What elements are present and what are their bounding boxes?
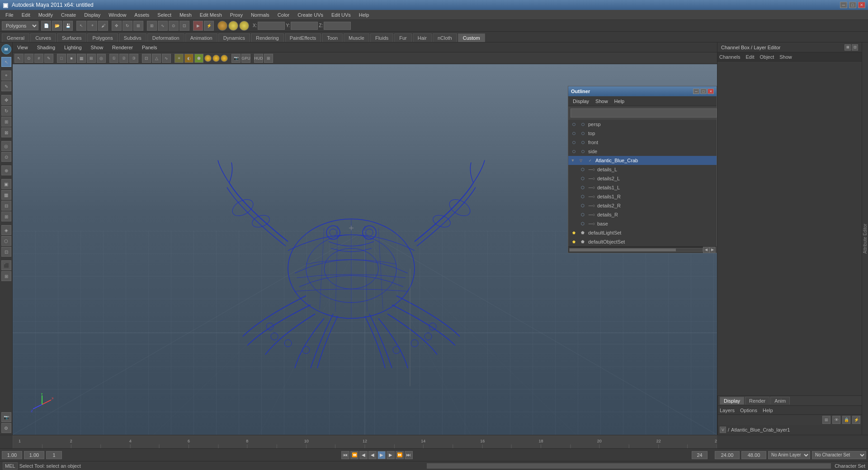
viewport-menu-shading[interactable]: Shading bbox=[35, 44, 57, 51]
tab-subdivs[interactable]: Subdivs bbox=[119, 33, 146, 42]
tab-show[interactable]: Show bbox=[779, 54, 792, 60]
show-manip-tool[interactable]: ⊕ bbox=[1, 165, 11, 175]
vp-sphere1-btn[interactable] bbox=[204, 55, 212, 62]
viewport-menu-lighting[interactable]: Lighting bbox=[62, 44, 84, 51]
scale-tool-button[interactable]: ⊞ bbox=[133, 21, 143, 31]
vp-xray-btn[interactable]: ◎ bbox=[97, 54, 106, 63]
tab-animation[interactable]: Animation bbox=[185, 33, 217, 42]
viewport-menu-panels[interactable]: Panels bbox=[140, 44, 159, 51]
start-frame-input[interactable] bbox=[2, 451, 22, 459]
prev-frame-button[interactable]: ⏪ bbox=[350, 451, 359, 459]
outliner-menu-help[interactable]: Help bbox=[612, 98, 627, 105]
snap-point-button[interactable]: ⊙ bbox=[169, 21, 179, 31]
menu-edit-mesh[interactable]: Edit Mesh bbox=[196, 11, 226, 19]
menu-modify[interactable]: Modify bbox=[35, 11, 57, 19]
outliner-scroll-left[interactable]: ◀ bbox=[703, 247, 709, 253]
tab-dynamics[interactable]: Dynamics bbox=[218, 33, 250, 42]
playback-end-input[interactable] bbox=[692, 451, 708, 459]
layer-visibility-toggle[interactable]: V bbox=[720, 427, 726, 433]
vp-iso-btn[interactable]: ⊡ bbox=[142, 54, 151, 63]
playback-start-input[interactable] bbox=[46, 451, 62, 459]
tab-polygons[interactable]: Polygons bbox=[87, 33, 118, 42]
minimize-button[interactable]: ─ bbox=[840, 2, 847, 8]
anim-layer-selector[interactable]: No Anim Layer bbox=[768, 451, 810, 459]
split-poly-tool[interactable]: ⊟ bbox=[1, 201, 11, 211]
layer-lock-icon[interactable]: 🔒 bbox=[842, 416, 850, 424]
menu-help[interactable]: Help bbox=[355, 11, 373, 19]
skip-start-button[interactable]: ⏮ bbox=[341, 451, 349, 459]
outliner-item-details2-r[interactable]: ⬡ —○ details2_R bbox=[568, 201, 717, 210]
ipr-button[interactable]: ⚡ bbox=[204, 21, 214, 31]
outliner-item-details-l[interactable]: ⬡ —○ details_L bbox=[568, 165, 717, 174]
vp-display3-btn[interactable]: ③ bbox=[129, 54, 138, 63]
vp-light2-btn[interactable]: ◐ bbox=[184, 54, 193, 63]
new-scene-button[interactable]: 📄 bbox=[41, 21, 51, 31]
quad-draw-tool[interactable]: ⊞ bbox=[1, 271, 11, 281]
outliner-item-default-object-set[interactable]: ⬟ ⬟ defaultObjectSet bbox=[568, 237, 717, 246]
outliner-item-top[interactable]: ⬡ ⬡ top bbox=[568, 129, 717, 138]
outliner-item-details-r[interactable]: ⬡ —○ details_R bbox=[568, 210, 717, 219]
vp-hud-btn[interactable]: HUD bbox=[254, 54, 263, 63]
mode-selector[interactable]: Polygons Animation Rendering Dynamics bbox=[2, 21, 38, 30]
menu-create[interactable]: Create bbox=[57, 11, 80, 19]
outliner-maximize-button[interactable]: □ bbox=[700, 89, 707, 94]
transform-tool[interactable]: ⊠ bbox=[1, 127, 11, 137]
outliner-item-persp[interactable]: ⬡ ⬡ persp bbox=[568, 120, 717, 129]
attribute-editor-label[interactable]: Attribute Editor bbox=[863, 224, 868, 254]
vp-display2-btn[interactable]: ② bbox=[119, 54, 128, 63]
next-key-button[interactable]: ▶ bbox=[387, 451, 395, 459]
outliner-item-front[interactable]: ⬡ ⬡ front bbox=[568, 138, 717, 147]
menu-create-uvs[interactable]: Create UVs bbox=[294, 11, 327, 19]
next-frame-button[interactable]: ⏩ bbox=[396, 451, 404, 459]
vp-sphere3-btn[interactable] bbox=[221, 55, 228, 62]
timeline-ruler[interactable]: 1 2 4 6 8 10 12 14 16 18 20 22 24 bbox=[13, 435, 717, 448]
char-set-selector[interactable]: No Character Set bbox=[812, 451, 866, 459]
move-tool-button[interactable]: ✥ bbox=[112, 21, 122, 31]
subtab-layers[interactable]: Layers bbox=[720, 408, 735, 413]
move-tool-left[interactable]: ✥ bbox=[1, 95, 11, 105]
tab-object[interactable]: Object bbox=[760, 54, 774, 60]
outliner-item-details1-r[interactable]: ⬡ —○ details1_R bbox=[568, 192, 717, 201]
append-poly-tool[interactable]: ▦ bbox=[1, 190, 11, 200]
create-poly-tool[interactable]: ⬛ bbox=[1, 260, 11, 270]
vp-nurbs-btn[interactable]: ∿ bbox=[162, 54, 171, 63]
layer-template-icon[interactable]: ⚡ bbox=[852, 416, 860, 424]
menu-normals[interactable]: Normals bbox=[247, 11, 273, 19]
vp-light1-btn[interactable]: ☀ bbox=[175, 54, 184, 63]
tab-display-layer[interactable]: Display bbox=[720, 397, 744, 404]
frame-display-1[interactable] bbox=[715, 451, 740, 459]
save-scene-button[interactable]: 💾 bbox=[63, 21, 73, 31]
viewport-menu-show[interactable]: Show bbox=[89, 44, 105, 51]
rotate-tool-button[interactable]: ↻ bbox=[123, 21, 132, 31]
light1-button[interactable] bbox=[217, 21, 227, 31]
collapse-icon[interactable]: ▼ bbox=[570, 158, 576, 163]
subtab-options[interactable]: Options bbox=[740, 408, 757, 413]
layer-item-crab[interactable]: V / Atlantic_Blue_Crab_layer1 bbox=[720, 427, 860, 433]
select-tool[interactable]: ↖ bbox=[1, 57, 11, 67]
play-back-button[interactable]: ◀ bbox=[368, 451, 377, 459]
paint-select-button[interactable]: 🖌 bbox=[98, 21, 108, 31]
title-bar-controls[interactable]: ─ □ ✕ bbox=[840, 2, 865, 8]
tab-deformation[interactable]: Deformation bbox=[147, 33, 184, 42]
outliner-search-input[interactable] bbox=[571, 108, 717, 118]
render-button[interactable]: ▶ bbox=[193, 21, 203, 31]
vp-hull-btn[interactable]: △ bbox=[152, 54, 161, 63]
camera-icon-left[interactable]: 📷 bbox=[1, 412, 11, 422]
menu-assets[interactable]: Assets bbox=[131, 11, 153, 19]
tab-edit[interactable]: Edit bbox=[745, 54, 754, 60]
vp-light3-btn[interactable]: ⬟ bbox=[194, 54, 203, 63]
vp-grid2-btn[interactable]: ⊞ bbox=[264, 54, 273, 63]
menu-edit-uvs[interactable]: Edit UVs bbox=[328, 11, 354, 19]
skip-end-button[interactable]: ⏭ bbox=[405, 451, 413, 459]
settings-icon-left[interactable]: ⚙ bbox=[1, 423, 11, 433]
tab-surfaces[interactable]: Surfaces bbox=[57, 33, 86, 42]
vp-snap-btn[interactable]: ⊙ bbox=[24, 54, 33, 63]
tab-channels[interactable]: Channels bbox=[719, 54, 740, 60]
outliner-menu-display[interactable]: Display bbox=[570, 98, 592, 105]
menu-select[interactable]: Select bbox=[154, 11, 175, 19]
prev-key-button[interactable]: ◀ bbox=[359, 451, 368, 459]
end-frame-input[interactable] bbox=[24, 451, 44, 459]
snap-grid-button[interactable]: ⊞ bbox=[147, 21, 157, 31]
lasso-select-tool[interactable]: ⌖ bbox=[1, 70, 11, 80]
vp-sphere2-btn[interactable] bbox=[212, 55, 220, 62]
